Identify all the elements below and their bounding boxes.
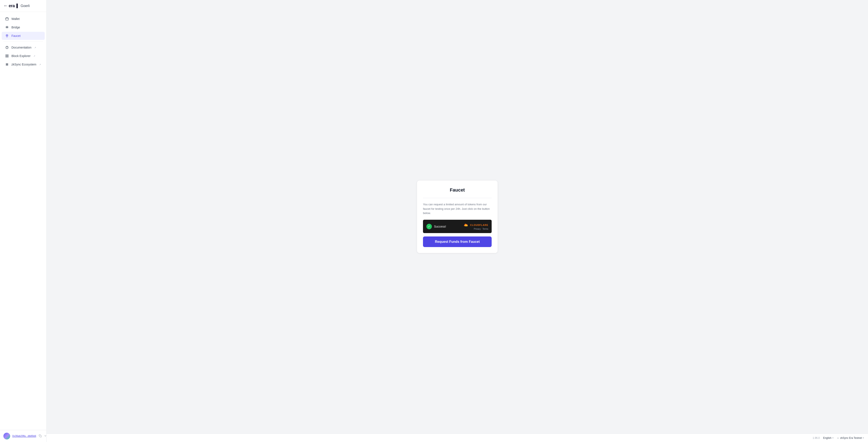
faucet-card: Faucet You can request a limited amount … [417, 181, 498, 253]
nav-divider [3, 41, 43, 42]
cloudflare-cloud-icon [462, 223, 469, 227]
cf-success-text: Success! [434, 225, 446, 228]
svg-point-12 [7, 65, 8, 65]
network-chevron-icon: ▾ [863, 437, 864, 439]
request-funds-button[interactable]: Request Funds from Faucet [423, 236, 492, 247]
logo-goerli-text: Goerli [21, 4, 30, 8]
svg-rect-6 [7, 55, 8, 56]
doc-icon [5, 45, 9, 50]
sidebar-footer: 0x39ab29fa...db89d4 [0, 430, 46, 442]
sidebar-item-bridge-label: Bridge [11, 26, 20, 29]
app-logo: ↔ era ▌ Goerli [0, 0, 46, 12]
faucet-icon [5, 34, 9, 38]
network-selector[interactable]: ↔ zkSync Era Testnet ▾ [837, 437, 864, 439]
sidebar-nav: Wallet Bridge Faucet [0, 12, 46, 430]
language-chevron-icon: ▾ [832, 437, 833, 439]
sidebar-item-faucet[interactable]: Faucet [2, 32, 45, 40]
svg-rect-13 [40, 436, 41, 437]
wallet-address[interactable]: 0x39ab29fa...db89d4 [12, 435, 36, 438]
card-divider [423, 198, 492, 198]
network-label: zkSync Era Testnet [840, 437, 862, 439]
svg-point-9 [6, 63, 7, 64]
cf-terms-link[interactable]: Terms [483, 228, 488, 230]
cf-dot: · [481, 228, 482, 230]
sidebar-item-documentation-label: Documentation [11, 46, 31, 49]
sidebar-item-wallet[interactable]: Wallet [2, 15, 45, 23]
external-link-icon-3: ↗ [39, 63, 41, 66]
language-label: English [823, 437, 831, 439]
svg-rect-7 [6, 56, 7, 57]
network-arrows-icon: ↔ [837, 437, 839, 439]
external-link-icon-2: ↗ [33, 55, 35, 57]
svg-point-2 [6, 35, 7, 36]
explorer-icon [5, 54, 9, 58]
sidebar-item-faucet-label: Faucet [11, 34, 21, 37]
sidebar-item-block-explorer-label: Block Explorer [11, 54, 31, 58]
copy-address-icon[interactable] [38, 434, 42, 438]
bridge-icon [5, 25, 9, 29]
sidebar-item-wallet-label: Wallet [11, 17, 20, 21]
faucet-card-title: Faucet [423, 187, 492, 193]
version-text: 1.96.0 [813, 437, 820, 439]
svg-rect-8 [7, 56, 8, 57]
cf-left-section: ✓ Success! [426, 224, 446, 229]
cf-success-check-icon: ✓ [426, 224, 432, 229]
status-bar: 1.96.0 English ▾ ↔ zkSync Era Testnet ▾ [46, 434, 868, 442]
svg-point-10 [7, 63, 8, 64]
cf-privacy-link[interactable]: Privacy [474, 228, 481, 230]
main-content-area: Faucet You can request a limited amount … [46, 0, 868, 442]
cf-right-section: CLOUDFLARE Privacy · Terms [462, 223, 488, 230]
logo-arrows-icon: ↔ [3, 4, 7, 8]
faucet-description: You can request a limited amount of toke… [423, 202, 492, 216]
avatar [3, 433, 10, 439]
sidebar-item-block-explorer[interactable]: Block Explorer ↗ [2, 52, 45, 60]
svg-rect-5 [6, 55, 7, 56]
external-link-icon: ↗ [34, 46, 36, 49]
logo-separator: ▌ [17, 4, 19, 8]
faucet-page: Faucet You can request a limited amount … [46, 0, 868, 434]
ecosystem-icon [5, 63, 9, 66]
cloudflare-widget: ✓ Success! CLOUDFLARE Privacy · [423, 220, 492, 233]
cf-links: Privacy · Terms [474, 228, 488, 230]
svg-rect-0 [5, 18, 8, 20]
svg-point-11 [6, 65, 7, 65]
sidebar-item-documentation[interactable]: Documentation ↗ [2, 43, 45, 52]
footer-actions [38, 434, 47, 438]
sidebar-item-bridge[interactable]: Bridge [2, 23, 45, 31]
sidebar: ↔ era ▌ Goerli Wallet Bridge [0, 0, 46, 442]
sidebar-item-zksync-ecosystem[interactable]: zkSync Ecosystem ↗ [2, 60, 45, 68]
cf-brand-text: CLOUDFLARE [470, 224, 488, 226]
language-selector[interactable]: English ▾ [823, 437, 833, 439]
logo-era-text: era [9, 3, 15, 8]
wallet-icon [5, 17, 9, 21]
sidebar-item-zksync-ecosystem-label: zkSync Ecosystem [11, 63, 36, 66]
